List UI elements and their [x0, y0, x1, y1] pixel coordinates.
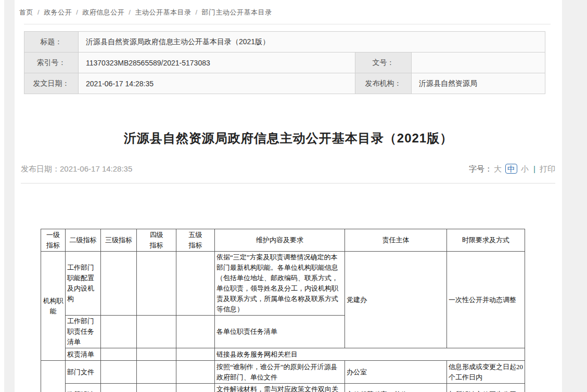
table-row: 机构职能 工作部门职能配置及内设机构 依据“三定”方案及职责调整情况确定的本部门…: [41, 252, 525, 316]
cell-time-limit: 与所解读文件同步公开: [447, 384, 525, 392]
cell-level5-empty: [176, 316, 215, 348]
cell-level3-empty: [101, 348, 137, 361]
font-size-label: 字号：: [469, 164, 492, 173]
print-button[interactable]: 打印: [540, 164, 555, 173]
cell-level4-empty: [137, 316, 176, 348]
agency-value: 沂源县自然资源局: [412, 73, 545, 94]
font-size-large-button[interactable]: 大: [494, 164, 502, 173]
cell-level4-empty: [137, 361, 176, 384]
header-content: 维护内容及要求: [215, 229, 345, 252]
article-meta-line: 发布日期：2021-06-17 14:28:35 字号：大中小|打印: [21, 163, 555, 176]
cell-level2: 政策解读: [66, 384, 101, 392]
cell-responsible: 办公室: [345, 361, 447, 384]
article-meta-divider: [21, 183, 555, 184]
cell-level1-org-function: 机构职能: [41, 252, 66, 361]
cell-content: 文件解读材料，需与对应政策文件双向关联: [215, 384, 345, 392]
title-value: 沂源县自然资源局政府信息主动公开基本目录（2021版）: [79, 32, 545, 53]
cell-responsible: 文件起草科室、单位: [345, 384, 447, 392]
publish-date-label: 发布日期：: [21, 164, 60, 173]
page-right-margin: [562, 0, 587, 392]
issue-date-value: 2021-06-17 14:28:35: [79, 73, 355, 94]
header-time-limit: 时限要求及方式: [447, 229, 525, 252]
cell-level5-empty: [176, 252, 215, 316]
document-meta-table: 标题： 沂源县自然资源局政府信息主动公开基本目录（2021版） 索引号： 113…: [24, 31, 545, 94]
catalog-table: 一级 指标 二级指标 三级指标 四级 指标 五级 指标 维护内容及要求 责任主体…: [41, 229, 525, 392]
issue-date-label: 发文日期：: [24, 73, 79, 94]
cell-level2: 工作部门职能配置及内设机构: [66, 252, 101, 316]
cell-level4-empty: [137, 252, 176, 316]
cell-level2: 部门文件: [66, 361, 101, 384]
breadcrumb-separator: /: [37, 8, 40, 16]
table-row: 部门文件 按照“谁制作，谁公开”的原则公开沂源县政府部门、单位文件 办公室 信息…: [41, 361, 525, 384]
breadcrumb-catalog[interactable]: 主动公开基本目录: [135, 8, 191, 16]
cell-time-limit: 一次性公开并动态调整: [447, 252, 525, 348]
publish-date-value: 2021-06-17 14:28:35: [60, 164, 132, 173]
doc-number-label: 文号：: [355, 53, 412, 73]
table-row: 权责清单 链接县政务服务网相关栏目: [41, 348, 525, 361]
cell-level5-empty: [176, 384, 215, 392]
index-number-value: 11370323MB28565589/2021-5173083: [79, 53, 355, 73]
font-size-medium-button[interactable]: 中: [505, 164, 517, 174]
meta-row-title: 标题： 沂源县自然资源局政府信息主动公开基本目录（2021版）: [24, 32, 545, 53]
breadcrumb-home[interactable]: 首页: [19, 8, 33, 16]
cell-level2: 权责清单: [66, 348, 101, 361]
doc-number-value: [412, 53, 545, 73]
title-label: 标题：: [24, 32, 79, 53]
page-left-margin: [4, 0, 15, 392]
cell-level3-empty: [101, 384, 137, 392]
header-level5: 五级 指标: [176, 229, 215, 252]
cell-content: 各单位职责任务清单: [215, 316, 345, 348]
page-title: 沂源县自然资源局政府信息主动公开基本目录（2021版）: [15, 130, 562, 147]
cell-content: 依据“三定”方案及职责调整情况确定的本部门最新机构职能。各单位机构职能信息（包括…: [215, 252, 345, 316]
font-size-tools: 字号：大中小|打印: [469, 164, 555, 174]
header-level3: 三级指标: [101, 229, 137, 252]
header-level4: 四级 指标: [137, 229, 176, 252]
catalog-header-row: 一级 指标 二级指标 三级指标 四级 指标 五级 指标 维护内容及要求 责任主体…: [41, 229, 525, 252]
cell-content: 链接县政务服务网相关栏目: [215, 348, 525, 361]
cell-level2: 工作部门职责任务清单: [66, 316, 101, 348]
cell-level4-empty: [137, 384, 176, 392]
header-level1: 一级 指标: [41, 229, 66, 252]
breadcrumb-dept-catalog[interactable]: 部门主动公开基本目录: [202, 8, 272, 16]
header-responsible: 责任主体: [345, 229, 447, 252]
cell-level3-empty: [101, 252, 137, 316]
breadcrumb-separator: /: [195, 8, 197, 16]
cell-level3-empty: [101, 361, 137, 384]
agency-label: 发布机构：: [355, 73, 412, 94]
cell-level5-empty: [176, 348, 215, 361]
cell-level3-empty: [101, 316, 137, 348]
breadcrumb-separator: /: [129, 8, 131, 16]
breadcrumb: 首页/政务公开/政府信息公开/主动公开基本目录/部门主动公开基本目录: [19, 8, 272, 17]
breadcrumb-divider: [24, 24, 551, 24]
breadcrumb-zhengwu[interactable]: 政务公开: [44, 8, 72, 16]
cell-responsible: 党建办: [345, 252, 447, 348]
table-row: 政策解读 文件解读材料，需与对应政策文件双向关联 文件起草科室、单位 与所解读文…: [41, 384, 525, 392]
page: 首页/政务公开/政府信息公开/主动公开基本目录/部门主动公开基本目录 标题： 沂…: [0, 0, 587, 392]
breadcrumb-info-disclosure[interactable]: 政府信息公开: [82, 8, 124, 16]
tools-separator: |: [533, 164, 535, 173]
index-number-label: 索引号：: [24, 53, 79, 73]
cell-level4-empty: [137, 348, 176, 361]
cell-level1-empty: [41, 361, 66, 392]
meta-row-date: 发文日期： 2021-06-17 14:28:35 发布机构： 沂源县自然资源局: [24, 73, 545, 94]
cell-content: 按照“谁制作，谁公开”的原则公开沂源县政府部门、单位文件: [215, 361, 345, 384]
publish-date: 发布日期：2021-06-17 14:28:35: [21, 164, 132, 174]
meta-row-index: 索引号： 11370323MB28565589/2021-5173083 文号：: [24, 53, 545, 73]
breadcrumb-separator: /: [76, 8, 78, 16]
cell-time-limit: 信息形成或变更之日起20个工作日内: [447, 361, 525, 384]
header-level2: 二级指标: [66, 229, 101, 252]
font-size-small-button[interactable]: 小: [521, 164, 529, 173]
cell-level5-empty: [176, 361, 215, 384]
